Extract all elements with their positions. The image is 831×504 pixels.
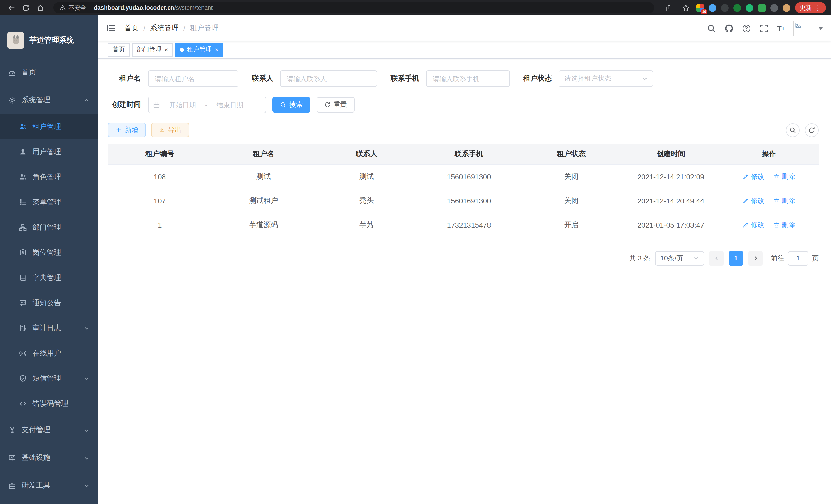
column-header: 创建时间 — [622, 144, 719, 165]
sidebar-toggle-icon[interactable] — [105, 23, 117, 34]
tab-home[interactable]: 首页 — [108, 43, 130, 56]
app-frame: 芋道管理系统 首页 系统管理 租户管 — [0, 16, 831, 504]
sidebar-item-label: 字典管理 — [32, 273, 61, 282]
reload-icon[interactable] — [20, 2, 32, 14]
sidebar-item-error-code[interactable]: 错误码管理 — [0, 391, 98, 416]
sidebar-item-audit-log[interactable]: 审计日志 — [0, 316, 98, 340]
refresh-table-button[interactable] — [805, 123, 819, 137]
search-icon — [790, 127, 796, 133]
sidebar-item-notice[interactable]: 通知公告 — [0, 290, 98, 316]
prev-page-button[interactable] — [709, 251, 724, 265]
font-size-icon[interactable]: TT — [777, 24, 785, 33]
close-icon[interactable]: × — [215, 47, 219, 53]
not-secure-label: 不安全 — [68, 4, 86, 11]
page-number-button[interactable]: 1 — [729, 251, 743, 265]
share-icon[interactable] — [662, 2, 675, 14]
goto-page-input[interactable] — [788, 251, 808, 265]
extension-icon-2[interactable] — [709, 4, 716, 11]
sidebar-item-user[interactable]: 用户管理 — [0, 139, 98, 165]
sidebar-item-online-users[interactable]: 在线用户 — [0, 340, 98, 366]
tenant-name-input[interactable] — [148, 70, 238, 87]
search-button[interactable]: 搜索 — [273, 97, 310, 113]
sidebar-item-menu[interactable]: 菜单管理 — [0, 189, 98, 215]
sidebar-item-label: 审计日志 — [32, 323, 61, 333]
chevron-down-icon — [84, 483, 89, 488]
pagination: 共 3 条 10条/页 1 前往 页 — [108, 251, 819, 265]
add-button[interactable]: 新增 — [108, 123, 146, 137]
edit-button[interactable]: 修改 — [743, 196, 764, 205]
cell-tenant-name: 芋道源码 — [212, 213, 316, 237]
gear-icon — [8, 96, 16, 104]
sidebar-item-post[interactable]: 岗位管理 — [0, 240, 98, 265]
cell-status: 关闭 — [520, 165, 622, 188]
caret-down-icon — [818, 26, 823, 31]
filter-mobile: 联系手机 — [391, 70, 510, 87]
close-icon[interactable]: × — [165, 47, 168, 53]
url-host: dashboard.yudao.iocoder.cn — [94, 5, 174, 11]
cell-tenant-name: 测试租户 — [212, 188, 316, 213]
breadcrumb-item-home[interactable]: 首页 — [124, 24, 139, 33]
export-button[interactable]: 导出 — [151, 123, 189, 137]
tab-tenant[interactable]: 租户管理 × — [175, 43, 223, 56]
extension-icon-4[interactable] — [733, 4, 741, 11]
date-range-separator: - — [205, 101, 207, 109]
logo: 芋道管理系统 — [0, 16, 98, 59]
sidebar-item-infra[interactable]: 基础设施 — [0, 444, 98, 472]
sidebar-item-dict[interactable]: 字典管理 — [0, 265, 98, 290]
edit-button[interactable]: 修改 — [743, 220, 764, 229]
breadcrumb-item-system[interactable]: 系统管理 — [150, 24, 179, 33]
search-icon[interactable] — [707, 24, 716, 33]
extension-icon-7[interactable] — [770, 4, 778, 11]
github-icon[interactable] — [724, 24, 733, 33]
sidebar-item-sms[interactable]: 短信管理 — [0, 366, 98, 391]
url-bar[interactable]: 不安全 dashboard.yudao.iocoder.cn/system/te… — [53, 2, 654, 13]
extension-icon-8[interactable] — [783, 4, 791, 11]
sidebar-item-dev-tools[interactable]: 研发工具 — [0, 472, 98, 499]
back-icon[interactable] — [5, 2, 18, 14]
avatar[interactable] — [794, 20, 815, 36]
sidebar-item-dept[interactable]: 部门管理 — [0, 215, 98, 240]
sidebar-item-home[interactable]: 首页 — [0, 59, 98, 86]
next-page-button[interactable] — [748, 251, 763, 265]
date-start-input[interactable] — [163, 101, 202, 109]
tab-dept[interactable]: 部门管理 × — [132, 43, 173, 56]
sidebar-item-payment[interactable]: 支付管理 — [0, 416, 98, 444]
mobile-input[interactable] — [426, 70, 510, 87]
extension-icon-5[interactable] — [746, 4, 753, 11]
date-end-input[interactable] — [210, 101, 250, 109]
org-tree-icon — [19, 224, 27, 231]
sidebar-item-role[interactable]: 角色管理 — [0, 165, 98, 189]
table-toolbar: 新增 导出 — [108, 123, 819, 137]
contact-input[interactable] — [280, 70, 377, 87]
extension-icon-3[interactable] — [721, 4, 729, 11]
reset-button[interactable]: 重置 — [317, 97, 354, 113]
edit-icon — [743, 222, 749, 228]
bookmark-star-icon[interactable] — [679, 2, 692, 14]
fullscreen-icon[interactable] — [759, 24, 768, 33]
app-title: 芋道管理系统 — [29, 35, 74, 45]
extension-icon-1[interactable]: 10 — [696, 4, 704, 11]
delete-button[interactable]: 删除 — [773, 172, 795, 181]
trash-icon — [773, 173, 780, 180]
sidebar-item-label: 租户管理 — [32, 122, 61, 131]
sidebar-item-system[interactable]: 系统管理 — [0, 86, 98, 114]
delete-button[interactable]: 删除 — [773, 196, 795, 205]
browser-update-button[interactable]: 更新 ⋮ — [795, 2, 826, 13]
date-range-picker[interactable]: - — [148, 97, 266, 113]
extension-icon-6[interactable] — [758, 4, 766, 11]
show-search-button[interactable] — [786, 123, 800, 137]
warning-icon — [60, 5, 66, 11]
not-secure-chip[interactable]: 不安全 — [60, 4, 86, 11]
help-icon[interactable] — [742, 24, 751, 33]
navbar-actions: TT — [707, 20, 823, 36]
sidebar-item-label: 首页 — [22, 68, 36, 77]
status-select[interactable]: 请选择租户状态 — [558, 70, 653, 87]
sidebar-item-tenant[interactable]: 租户管理 — [0, 114, 98, 139]
home-icon[interactable] — [34, 2, 46, 14]
user-menu[interactable] — [794, 20, 823, 36]
page-size-select[interactable]: 10条/页 — [655, 251, 704, 265]
browser-menu-icon[interactable]: ⋮ — [814, 4, 821, 11]
yen-icon — [8, 426, 16, 434]
edit-button[interactable]: 修改 — [743, 172, 764, 181]
delete-button[interactable]: 删除 — [773, 220, 795, 229]
